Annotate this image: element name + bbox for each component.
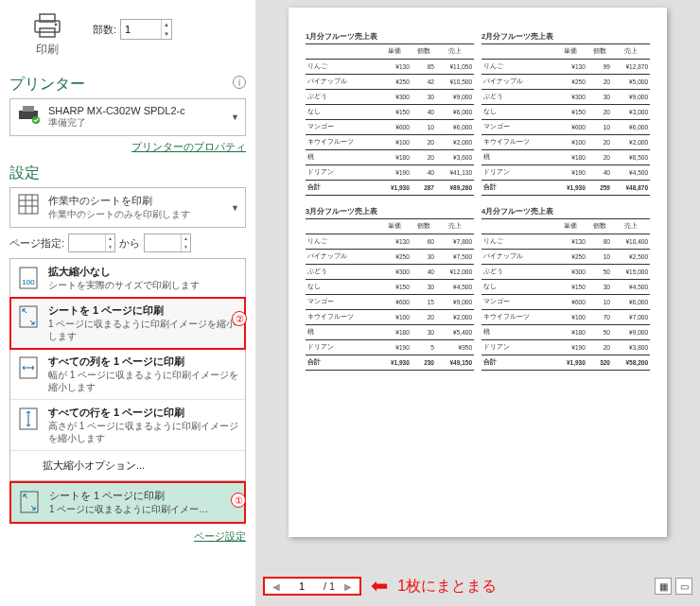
printer-status: 準備完了 — [48, 116, 223, 130]
print-button[interactable]: 印刷 — [9, 8, 85, 65]
chevron-down-icon: ▼ — [231, 113, 239, 122]
page-from-input[interactable] — [69, 234, 105, 251]
page-to-label: から — [119, 236, 140, 251]
page-to-input[interactable] — [145, 234, 181, 251]
page-navigator[interactable]: ◀ / 1 ▶ — [263, 577, 361, 596]
page-to-spinner[interactable]: ▲▼ — [144, 234, 191, 252]
current-page-input[interactable] — [286, 580, 318, 592]
prev-page-button[interactable]: ◀ — [269, 581, 284, 592]
marker-1: ① — [231, 493, 246, 508]
copies-label: 部数: — [93, 23, 116, 37]
zoom-to-page-button[interactable]: ▦ — [655, 578, 672, 595]
info-icon[interactable]: i — [233, 76, 246, 89]
scale-option-fit-columns[interactable]: すべての列を 1 ページに印刷幅が 1 ページに収まるように印刷イメージを縮小し… — [10, 349, 245, 400]
svg-point-3 — [55, 24, 58, 26]
printer-selector[interactable]: SHARP MX-C302W SPDL2-c 準備完了 ▼ — [9, 98, 246, 136]
page-100-icon: 100 — [16, 265, 41, 289]
fit-rows-icon — [16, 406, 41, 430]
page-range-label: ページ指定: — [9, 236, 64, 251]
svg-rect-7 — [19, 195, 38, 214]
scale-option-none[interactable]: 100 拡大縮小なしシートを実際のサイズで印刷します — [10, 259, 245, 298]
svg-rect-0 — [35, 21, 60, 32]
printer-status-icon — [16, 105, 41, 124]
next-page-button[interactable]: ▶ — [341, 581, 356, 592]
printer-name: SHARP MX-C302W SPDL2-c — [48, 105, 223, 116]
fit-page-icon — [17, 489, 42, 513]
copies-down[interactable]: ▼ — [162, 29, 171, 39]
scope-title: 作業中のシートを印刷 — [48, 194, 223, 208]
print-scope-selector[interactable]: 作業中のシートを印刷 作業中のシートのみを印刷します ▼ — [9, 187, 246, 228]
page-from-spinner[interactable]: ▲▼ — [68, 234, 115, 252]
page-setup-link[interactable]: ページ設定 — [194, 530, 246, 542]
settings-section-title: 設定 — [9, 164, 246, 183]
printer-section-title: プリンター — [9, 75, 85, 95]
scale-option-fit-sheet[interactable]: シートを 1 ページに印刷1 ページに収まるように印刷イメージを縮小します ② — [10, 298, 245, 349]
sheet-icon — [16, 194, 41, 215]
copies-spinner[interactable]: ▲▼ — [120, 19, 172, 40]
fit-columns-icon — [16, 355, 41, 379]
fit-page-icon — [16, 303, 41, 328]
copies-input[interactable] — [121, 20, 161, 39]
scale-option-fit-rows[interactable]: すべての行を 1 ページに印刷高さが 1 ページに収まるように印刷イメージを縮小… — [10, 400, 245, 451]
annotation-arrow-icon: ⬅ — [371, 574, 388, 598]
svg-rect-5 — [23, 106, 34, 112]
scale-selector[interactable]: シートを 1 ページに印刷 1 ページに収まるように印刷イメー… ▼ ① — [9, 481, 246, 524]
zoom-margins-button[interactable]: ▭ — [675, 578, 692, 595]
print-label: 印刷 — [9, 42, 85, 58]
copies-up[interactable]: ▲ — [162, 20, 171, 29]
scale-custom-options[interactable]: 拡大縮小オプション... — [10, 451, 245, 480]
scale-option-list: 100 拡大縮小なしシートを実際のサイズで印刷します シートを 1 ページに印刷… — [9, 258, 246, 481]
marker-2: ② — [232, 311, 247, 326]
printer-icon — [31, 11, 63, 40]
print-preview-page: 1月分フルーツ売上表単価個数売上りんご¥13085¥11,050パイナップル¥2… — [289, 8, 667, 537]
printer-properties-link[interactable]: プリンターのプロパティ — [131, 141, 246, 152]
annotation-caption: 1枚にまとまる — [397, 577, 497, 597]
chevron-down-icon: ▼ — [231, 203, 239, 213]
svg-text:100: 100 — [22, 278, 35, 286]
scope-desc: 作業中のシートのみを印刷します — [48, 208, 223, 221]
total-pages: / 1 — [320, 580, 339, 592]
svg-point-6 — [32, 116, 40, 124]
